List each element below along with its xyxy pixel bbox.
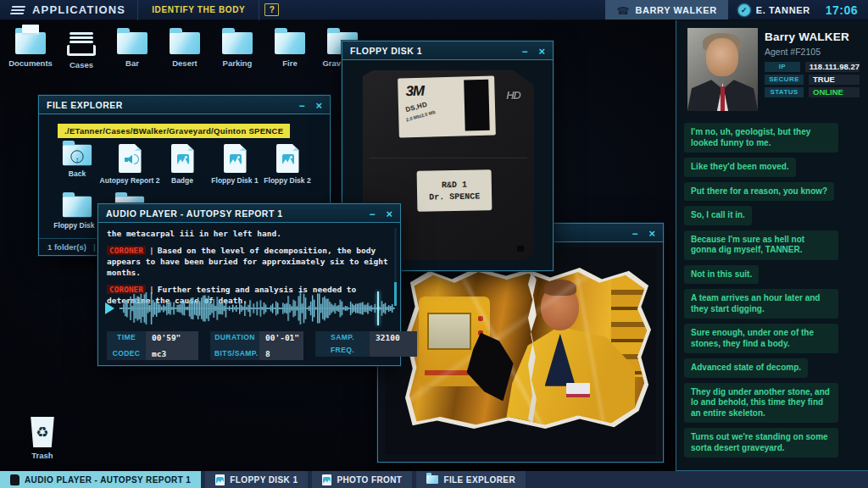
file-item-back[interactable]: Back (51, 144, 103, 185)
message-bubble: A team arrives an hour later and they st… (684, 289, 838, 319)
desktop-icon-bar[interactable]: Bar (103, 32, 161, 68)
menu-icon[interactable] (10, 6, 25, 14)
window-title: FILE EXPLORER (47, 100, 123, 110)
desktop-icon-parking[interactable]: Parking (209, 32, 266, 68)
active-call-contact[interactable]: BARRY WALKER (605, 0, 727, 19)
agent-badge-icon (738, 4, 750, 16)
desktop-icon-fire[interactable]: Fire (261, 32, 319, 68)
minimize-icon[interactable] (632, 225, 637, 241)
codec-value: mc3 (146, 347, 198, 360)
folder-icon (222, 32, 253, 54)
desktop-icon-cases[interactable]: Cases (53, 32, 110, 69)
image-file-icon (276, 144, 299, 173)
bits-label: BITS/SAMP. (210, 347, 259, 360)
image-file-icon (224, 144, 247, 173)
contact-name: Barry WALKER (765, 30, 849, 43)
close-icon[interactable] (538, 43, 545, 58)
message-bubble: So, I call it in. (684, 206, 752, 225)
message-bubble: Advanced state of decomp. (684, 358, 808, 378)
secure-value: TRUE (809, 75, 860, 85)
current-objective: IDENTIFY THE BODY (138, 5, 259, 14)
user-account[interactable]: E. TANNER (728, 4, 821, 16)
disk-written-label: R&D 1 Dr. SPENCE (417, 169, 492, 212)
file-explorer-titlebar[interactable]: FILE EXPLORER (39, 96, 330, 114)
message-bubble: Because I'm sure as hell not gonna dig m… (684, 230, 838, 260)
trash-icon (30, 417, 55, 447)
close-icon[interactable] (386, 206, 392, 221)
taskbar-item-photo-front[interactable]: PHOTO FRONT (312, 471, 412, 488)
play-button[interactable] (105, 302, 114, 314)
file-item-floppy-disk-2[interactable]: Floppy Disk 2 (261, 144, 314, 185)
file-item-badge[interactable]: Badge (156, 144, 209, 185)
file-item-floppy-disk-1[interactable]: Floppy Disk 1 (209, 144, 261, 185)
photo-image (409, 272, 647, 426)
photo-viewer (385, 247, 656, 455)
help-button[interactable]: ? (264, 3, 279, 16)
folder-icon (170, 32, 200, 54)
desktop-icon-desert[interactable]: Desert (156, 32, 214, 68)
folder-icon (426, 475, 438, 484)
window-title: FLOPPY DISK 1 (350, 46, 422, 56)
contact-photo (687, 28, 758, 111)
taskbar-item-floppy-disk-1[interactable]: FLOPPY DISK 1 (205, 471, 308, 488)
game-desktop: Applications IDENTIFY THE BODY ? BARRY W… (0, 0, 868, 488)
phone-icon (616, 3, 629, 18)
minimize-icon[interactable] (369, 206, 375, 221)
torn-photo[interactable] (405, 268, 651, 430)
status-value: ONLINE (809, 87, 860, 97)
desktop-icon-documents[interactable]: Documents (2, 32, 59, 68)
ip-row: IP 118.111.98.27 (765, 62, 860, 72)
taskbar-item-file-explorer[interactable]: FILE EXPLORER (416, 471, 526, 488)
contact-agent-id: Agent #F2105 (765, 47, 821, 57)
disk-brand-label: 3M DS,HD 2.0 Mb/2.0 Mb (398, 76, 496, 138)
window-title: AUDIO PLAYER - AUTOPSY REPORT 1 (106, 208, 283, 219)
waveform[interactable] (120, 291, 395, 325)
audio-player-window: AUDIO PLAYER - AUTOPSY REPORT 1 the meta… (97, 203, 401, 366)
message-bubble: Not in this suit. (684, 265, 759, 285)
folder-item-floppy-disk-1[interactable]: Floppy Disk 1 (51, 196, 103, 230)
audio-file-icon (119, 144, 142, 173)
disk-shutter (464, 80, 490, 131)
ip-value: 118.111.98.27 (805, 62, 860, 72)
hd-mark: HD (506, 89, 520, 102)
folder-icon (117, 32, 147, 54)
contact-chat-panel: Barry WALKER Agent #F2105 IP 118.111.98.… (676, 20, 868, 471)
close-icon[interactable] (315, 97, 322, 113)
chat-log: I'm no, uh, geologist, but they looked f… (684, 123, 860, 462)
trash[interactable]: Trash (19, 417, 66, 460)
cases-stack-icon (67, 32, 96, 56)
image-file-icon (215, 474, 225, 485)
message-bubble: They dig under another stone, and lo and… (684, 383, 838, 424)
message-bubble: Turns out we're standing on some sorta d… (684, 428, 838, 458)
status-row: STATUS ONLINE (765, 87, 860, 97)
folder-count: 1 folder(s) (47, 242, 86, 252)
minimize-icon[interactable] (298, 97, 304, 113)
image-file-icon (171, 144, 194, 173)
floppy-window-titlebar[interactable]: FLOPPY DISK 1 (342, 42, 553, 60)
clock: 17:06 (826, 3, 858, 17)
codec-label: CODEC (107, 347, 146, 360)
secure-row: SECURE TRUE (765, 75, 860, 85)
audio-player-titlebar[interactable]: AUDIO PLAYER - AUTOPSY REPORT 1 (98, 204, 400, 223)
divider (259, 0, 259, 20)
breadcrumb-path: ./ETanner/Cases/BWalker/Graveyard/Quinto… (58, 124, 290, 138)
file-item-autopsy-report-2[interactable]: Autopsy Report 2 (103, 144, 156, 185)
write-protect-notch (517, 246, 524, 252)
folder-icon (63, 197, 92, 218)
minimize-icon[interactable] (521, 43, 527, 58)
message-bubble: I'm no, uh, geologist, but they looked f… (684, 123, 838, 152)
sample-freq-value: 32100 (370, 331, 417, 357)
message-bubble: Like they'd been moved. (684, 158, 796, 177)
close-icon[interactable] (648, 225, 655, 241)
folder-icon (275, 32, 305, 54)
folder-icon (15, 32, 46, 54)
taskbar-item-audio-player[interactable]: AUDIO PLAYER - AUTOPSY REPORT 1 (0, 471, 201, 488)
speaker-tag: CORONER (107, 246, 146, 255)
top-menu-bar: Applications IDENTIFY THE BODY ? BARRY W… (0, 0, 868, 20)
applications-menu[interactable]: Applications (32, 3, 125, 16)
playhead-cursor[interactable] (377, 291, 379, 325)
image-file-icon (322, 474, 331, 485)
bits-value: 8 (259, 347, 303, 360)
call-contact-name: BARRY WALKER (635, 5, 716, 15)
sample-freq-label: SAMP. FREQ. (315, 331, 370, 357)
